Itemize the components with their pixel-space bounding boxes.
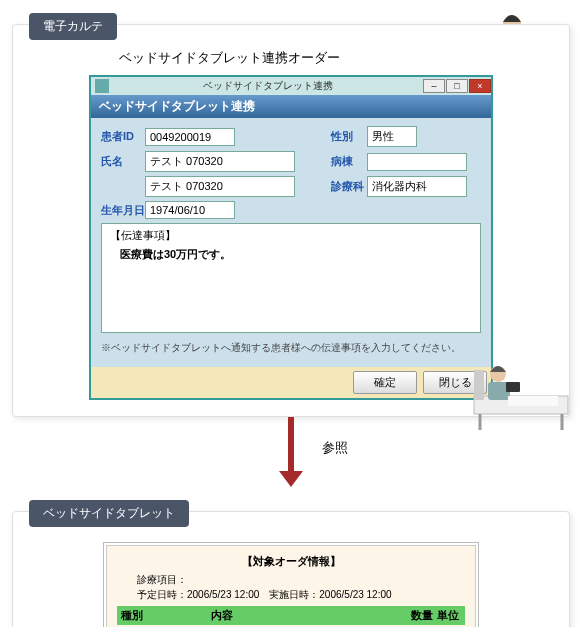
patient-illustration — [466, 352, 576, 432]
emr-tag: 電子カルテ — [29, 13, 117, 40]
memo-textarea[interactable]: 【伝達事項】 医療費は30万円です。 — [101, 223, 481, 333]
birth-field[interactable]: 1974/06/10 — [145, 201, 235, 219]
order-section-title: 【対象オーダ情報】 — [117, 554, 465, 569]
order-meta-2: 予定日時：2006/5/23 12:00 実施日時：2006/5/23 12:0… — [137, 588, 465, 602]
birth-label: 生年月日 — [101, 203, 145, 218]
tablet-tag: ベッドサイドタブレット — [29, 500, 189, 527]
tablet-panel: ベッドサイドタブレット 【対象オーダ情報】 診療項目： 予定日時：2006/5/… — [12, 511, 570, 627]
window-title: ベッドサイドタブレット連携 — [113, 79, 422, 93]
memo-note: ※ベッドサイドタブレットへ通知する患者様への伝達事項を入力してください。 — [101, 337, 481, 359]
dept-label: 診療科 — [331, 179, 367, 194]
arrow-label: 参照 — [322, 439, 348, 457]
name2-field[interactable]: テスト 070320 — [145, 176, 295, 197]
memo-body: 医療費は30万円です。 — [110, 243, 472, 262]
header-qty: 数量 単位 — [405, 606, 465, 625]
close-window-button[interactable]: × — [469, 79, 491, 93]
minimize-button[interactable]: – — [423, 79, 445, 93]
sex-label: 性別 — [331, 129, 367, 144]
order-table-header: 種別 内容 数量 単位 — [117, 606, 465, 625]
order-window: ベッドサイドタブレット連携 – □ × ベッドサイドタブレット連携 患者ID 0… — [89, 75, 493, 400]
flow-arrow-icon — [288, 417, 294, 473]
patient-id-field[interactable]: 0049200019 — [145, 128, 235, 146]
dept-field[interactable]: 消化器内科 — [367, 176, 467, 197]
window-icon — [95, 79, 109, 93]
svg-rect-14 — [508, 396, 558, 406]
maximize-button[interactable]: □ — [446, 79, 468, 93]
patient-id-label: 患者ID — [101, 129, 145, 144]
titlebar: ベッドサイドタブレット連携 – □ × — [91, 77, 491, 95]
svg-rect-13 — [506, 382, 520, 392]
ward-field[interactable] — [367, 153, 467, 171]
header-type: 種別 — [117, 606, 207, 625]
order-meta-1: 診療項目： — [137, 573, 465, 587]
name-label: 氏名 — [101, 154, 145, 169]
window-subtitle: ベッドサイドタブレット連携 — [91, 95, 491, 118]
sex-field[interactable]: 男性 — [367, 126, 417, 147]
memo-heading: 【伝達事項】 — [110, 228, 472, 243]
ward-label: 病棟 — [331, 154, 367, 169]
tablet-screen: 【対象オーダ情報】 診療項目： 予定日時：2006/5/23 12:00 実施日… — [103, 542, 479, 627]
emr-title: ベッドサイドタブレット連携オーダー — [119, 49, 553, 67]
header-content: 内容 — [207, 606, 405, 625]
name-field[interactable]: テスト 070320 — [145, 151, 295, 172]
confirm-button[interactable]: 確定 — [353, 371, 417, 394]
svg-rect-8 — [474, 370, 484, 400]
